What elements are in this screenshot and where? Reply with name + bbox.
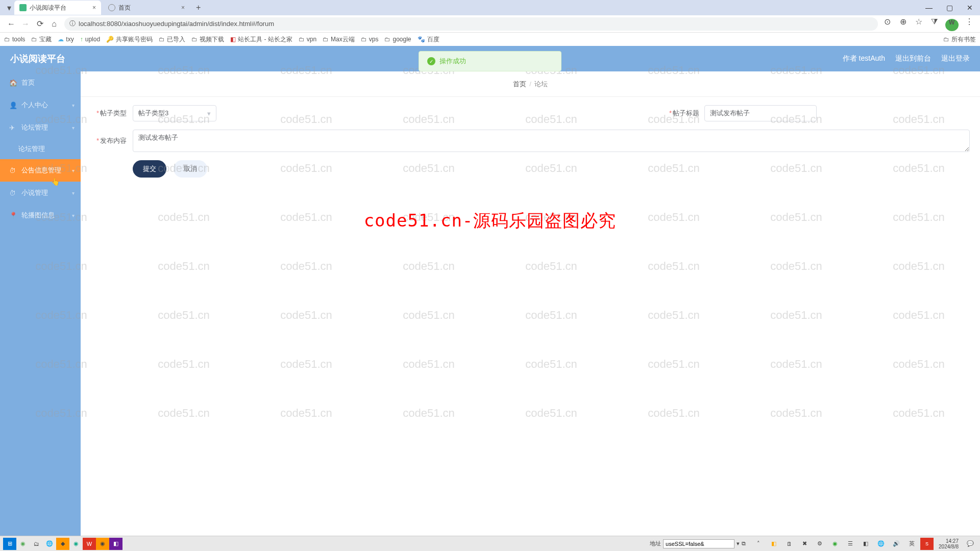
folder-icon: 🗀 xyxy=(4,36,10,43)
sidebar-item-forum[interactable]: ✈论坛管理▾ xyxy=(0,116,81,139)
bookmark-item[interactable]: ☁txy xyxy=(58,36,74,43)
bookmark-item[interactable]: 🗀宝藏 xyxy=(31,35,52,44)
tray-icon[interactable]: ✖ xyxy=(798,538,811,550)
tabs-dropdown-icon[interactable]: ▾ xyxy=(4,3,14,13)
bookmark-item[interactable]: 🗀google xyxy=(384,36,411,43)
tray-icon[interactable]: ⚙ xyxy=(813,538,826,550)
select-value: 帖子类型3 xyxy=(138,109,168,118)
post-title-input[interactable] xyxy=(704,105,817,121)
all-bookmarks[interactable]: 🗀所有书签 xyxy=(943,35,976,44)
menu-icon[interactable]: ⋮ xyxy=(963,17,976,27)
bookmark-item[interactable]: 🔑共享账号密码 xyxy=(106,35,153,44)
ime-icon[interactable]: S xyxy=(920,538,934,550)
minimize-icon[interactable]: — xyxy=(919,4,939,12)
translate-icon[interactable]: ⊕ xyxy=(896,17,910,27)
app-icon[interactable]: W xyxy=(83,538,96,550)
extensions-icon[interactable]: ⧩ xyxy=(927,17,941,27)
clock[interactable]: 14:27 2024/8/8 xyxy=(936,538,962,549)
bookmark-item[interactable]: 🗀vpn xyxy=(299,36,316,43)
app-root: 小说阅读平台 作者 testAuth 退出到前台 退出登录 🏠首页 👤个人中心▾… xyxy=(0,46,980,536)
taskbar: ⊞ ◉ 🗂 🌐 ◆ ◉ W ◉ ◧ 地址 ▾ ⧉ ˄ ◧ 🗓 ✖ ⚙ ◉ ☰ ◧… xyxy=(0,536,980,551)
tray-chevron-icon[interactable]: ˄ xyxy=(752,538,765,550)
submit-button[interactable]: 提交 xyxy=(133,160,166,178)
bookmark-item[interactable]: 🗀Max云端 xyxy=(323,35,355,44)
post-type-select[interactable]: 帖子类型3 ▾ xyxy=(133,105,216,121)
star-icon[interactable]: ☆ xyxy=(912,17,925,27)
folder-icon: 🗀 xyxy=(159,36,165,43)
tray-icon[interactable]: ◉ xyxy=(828,538,842,550)
pin-icon: 📍 xyxy=(9,212,17,219)
chevron-down-icon: ▾ xyxy=(207,110,211,117)
back-icon[interactable]: ← xyxy=(4,19,18,29)
header-right: 作者 testAuth 退出到前台 退出登录 xyxy=(843,54,970,63)
success-toast: ✓ 操作成功 xyxy=(419,51,561,71)
edge-icon[interactable]: ◉ xyxy=(69,538,83,550)
bookmark-item[interactable]: ◧站长工具 - 站长之家 xyxy=(230,35,292,44)
form-row-content: *发布内容 xyxy=(91,130,970,152)
site-icon: ◧ xyxy=(230,36,236,43)
copy-icon[interactable]: ⧉ xyxy=(742,540,746,547)
browser-tab-active[interactable]: 小说阅读平台 × xyxy=(14,1,101,15)
browser-tab[interactable]: 首页 × xyxy=(103,1,190,15)
chrome-icon[interactable]: 🌐 xyxy=(43,538,56,550)
site-info-icon[interactable]: ⓘ xyxy=(69,19,76,28)
sidebar-subitem-forum[interactable]: 论坛管理 xyxy=(0,139,81,159)
start-icon[interactable]: ⊞ xyxy=(3,538,16,550)
app-icon[interactable]: ◉ xyxy=(16,538,30,550)
bookmark-item[interactable]: ↑uplod xyxy=(80,36,100,43)
password-icon[interactable]: ⊙ xyxy=(881,17,894,27)
close-icon[interactable]: × xyxy=(88,4,96,11)
volume-icon[interactable]: 🔊 xyxy=(890,538,903,550)
tray-icon[interactable]: ◧ xyxy=(859,538,872,550)
chevron-down-icon: ▾ xyxy=(72,125,75,131)
folder-icon: 🗀 xyxy=(31,36,37,43)
db-url-input[interactable] xyxy=(663,539,734,548)
bookmark-item[interactable]: 🗀tools xyxy=(4,36,25,43)
app-icon[interactable]: ◉ xyxy=(96,538,109,550)
close-window-icon[interactable]: ✕ xyxy=(960,4,980,12)
sidebar-item-carousel[interactable]: 📍轮播图信息▾ xyxy=(0,204,81,227)
network-icon[interactable]: 🌐 xyxy=(874,538,888,550)
exit-to-front-link[interactable]: 退出到前台 xyxy=(895,54,931,63)
home-icon[interactable]: ⌂ xyxy=(47,19,61,29)
sidebar-item-home[interactable]: 🏠首页 xyxy=(0,71,81,94)
tray-icon[interactable]: ☰ xyxy=(844,538,857,550)
check-icon: ✓ xyxy=(427,57,435,65)
dropdown-icon[interactable]: ▾ xyxy=(737,540,740,547)
logout-link[interactable]: 退出登录 xyxy=(941,54,970,63)
cancel-button[interactable]: 取消 xyxy=(174,160,207,178)
explorer-icon[interactable]: 🗂 xyxy=(30,538,43,550)
url-input[interactable]: ⓘ localhost:8080/xiaoshuoyuedupingtai/ad… xyxy=(64,17,878,31)
breadcrumb-home[interactable]: 首页 xyxy=(513,80,526,89)
ide-icon[interactable]: ◧ xyxy=(109,538,122,550)
taskbar-right: 地址 ▾ ⧉ ˄ ◧ 🗓 ✖ ⚙ ◉ ☰ ◧ 🌐 🔊 英 S 14:27 202… xyxy=(650,538,977,550)
close-icon[interactable]: × xyxy=(177,4,185,11)
ime-indicator[interactable]: 英 xyxy=(905,538,918,550)
key-icon: 🔑 xyxy=(106,36,114,43)
tab-title: 首页 xyxy=(118,4,131,12)
toast-text: 操作成功 xyxy=(439,57,466,66)
chevron-down-icon: ▾ xyxy=(72,103,75,108)
bookmark-item[interactable]: 🗀vps xyxy=(361,36,379,43)
profile-avatar[interactable]: W xyxy=(945,19,959,31)
sidebar-item-profile[interactable]: 👤个人中心▾ xyxy=(0,94,81,116)
bookmark-item[interactable]: 🐾百度 xyxy=(418,35,439,44)
user-icon: 👤 xyxy=(9,102,17,109)
bookmark-item[interactable]: 🗀已导入 xyxy=(159,35,185,44)
toolbar-right: ⊙ ⊕ ☆ ⧩ W ⋮ xyxy=(881,17,976,31)
chevron-down-icon: ▾ xyxy=(72,190,75,196)
reload-icon[interactable]: ⟳ xyxy=(33,19,47,29)
sublime-icon[interactable]: ◆ xyxy=(56,538,69,550)
new-tab-button[interactable]: + xyxy=(192,3,205,12)
notifications-icon[interactable]: 💬 xyxy=(964,538,977,550)
bookmark-item[interactable]: 🗀视频下载 xyxy=(191,35,224,44)
maximize-icon[interactable]: ▢ xyxy=(939,4,960,12)
post-content-textarea[interactable] xyxy=(133,130,970,152)
sidebar-item-announcement[interactable]: ⏱公告信息管理▾ xyxy=(0,159,81,182)
breadcrumb-current: 论坛 xyxy=(534,80,548,89)
sidebar-item-novel[interactable]: ⏱小说管理▾ xyxy=(0,182,81,204)
tray-icon[interactable]: 🗓 xyxy=(782,538,796,550)
user-label[interactable]: 作者 testAuth xyxy=(843,54,885,63)
tray-icon[interactable]: ◧ xyxy=(767,538,780,550)
forward-icon[interactable]: → xyxy=(18,19,33,29)
